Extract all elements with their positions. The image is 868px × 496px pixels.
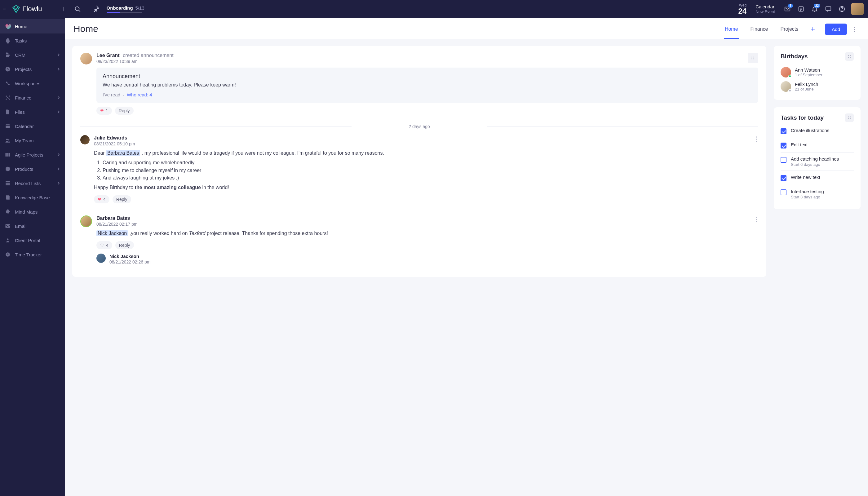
page-menu[interactable] <box>850 27 859 32</box>
sidebar-item-agile-projects[interactable]: Agile Projects <box>0 148 65 162</box>
nav-label: Knowledge Base <box>15 195 50 200</box>
feed-post: Julie Edwards 08/21/2022 05:10 pm Dear B… <box>80 135 758 209</box>
reply-chip[interactable]: Reply <box>115 107 134 115</box>
inbox-icon[interactable]: 6 <box>780 3 794 15</box>
task-title: Write new text <box>791 174 820 180</box>
mention[interactable]: Barbara Bates <box>106 150 140 156</box>
like-chip[interactable]: ❤1 <box>96 107 112 115</box>
add-button[interactable]: Add <box>825 24 847 35</box>
post-text: Nick Jackson ,you really worked hard on … <box>96 230 758 237</box>
task-checkbox[interactable] <box>780 157 787 163</box>
svg-point-30 <box>751 59 753 60</box>
pin-icon[interactable] <box>89 3 103 15</box>
drag-handle-icon[interactable] <box>845 113 854 122</box>
tab-finance[interactable]: Finance <box>750 26 769 39</box>
task-checkbox[interactable] <box>780 143 787 149</box>
sidebar-item-calendar[interactable]: Calendar <box>0 119 65 133</box>
calendar-quick[interactable]: Calendar New Event <box>756 4 775 14</box>
svg-point-29 <box>751 57 753 58</box>
onboarding-title: Onboarding <box>107 5 133 11</box>
help-icon[interactable] <box>835 3 849 15</box>
sidebar-item-email[interactable]: Email <box>0 219 65 233</box>
task-checkbox[interactable] <box>780 175 787 181</box>
avatar[interactable] <box>80 135 90 144</box>
post-author[interactable]: Julie Edwards <box>94 135 135 141</box>
brand-logo[interactable]: Flowlu <box>12 5 42 13</box>
nav-label: Email <box>15 223 27 229</box>
post-menu[interactable] <box>748 53 758 63</box>
divider <box>751 3 751 15</box>
reply-author[interactable]: Nick Jackson <box>109 253 150 259</box>
date-num: 24 <box>738 7 746 15</box>
tab-projects[interactable]: Projects <box>780 26 799 39</box>
nav-icon <box>4 51 11 58</box>
sidebar-item-projects[interactable]: Projects <box>0 62 65 76</box>
sidebar-item-record-lists[interactable]: Record Lists <box>0 176 65 190</box>
birthdays-widget: Birthdays Ann Watson1 of SeptemberFelix … <box>774 46 861 100</box>
task-title: Add catching headlines <box>791 156 839 161</box>
svg-point-33 <box>756 136 757 138</box>
mention[interactable]: Nick Jackson <box>96 230 128 236</box>
read-label[interactable]: I've read <box>103 92 120 97</box>
sidebar-item-home[interactable]: Home <box>0 19 65 33</box>
birthday-row[interactable]: Ann Watson1 of September <box>780 65 854 79</box>
post-menu[interactable] <box>755 135 758 144</box>
list-item: And always laughing at my jokes :) <box>103 174 758 182</box>
post-menu[interactable] <box>755 215 758 225</box>
bell-icon[interactable]: 22 <box>808 3 822 15</box>
sidebar-item-mind-maps[interactable]: Mind Maps <box>0 205 65 219</box>
onboarding-widget[interactable]: Onboarding 5/13 <box>107 5 144 13</box>
list-item: Caring and supporting me wholeheartedly <box>103 159 758 167</box>
svg-point-41 <box>848 57 849 58</box>
sidebar-item-tasks[interactable]: Tasks <box>0 33 65 48</box>
birthday-row[interactable]: Felix Lynch21 of June <box>780 79 854 94</box>
date-widget[interactable]: Wed 24 <box>738 3 746 15</box>
drag-handle-icon[interactable] <box>845 52 854 61</box>
post-author[interactable]: Barbara Bates <box>96 215 137 221</box>
avatar[interactable] <box>80 53 92 64</box>
task-checkbox[interactable] <box>780 189 787 195</box>
sidebar-item-time-tracker[interactable]: Time Tracker <box>0 247 65 262</box>
like-chip[interactable]: ♡4 <box>96 241 112 249</box>
like-chip[interactable]: ❤4 <box>94 195 109 203</box>
who-read-link[interactable]: Who read: 4 <box>127 92 152 97</box>
svg-point-36 <box>756 217 757 218</box>
sidebar-item-client-portal[interactable]: Client Portal <box>0 233 65 247</box>
search-icon[interactable] <box>71 3 84 15</box>
sidebar-item-files[interactable]: Files <box>0 105 65 119</box>
sidebar-item-knowledge-base[interactable]: Knowledge Base <box>0 190 65 205</box>
user-avatar[interactable] <box>851 3 864 15</box>
svg-point-27 <box>854 29 855 30</box>
feed-divider: 2 days ago <box>80 124 758 129</box>
task-row[interactable]: Interface testingStart 3 days ago <box>780 185 854 203</box>
chevron-right-icon <box>57 181 60 186</box>
nav-label: Finance <box>15 95 31 100</box>
svg-rect-20 <box>5 181 10 182</box>
task-row[interactable]: Add catching headlinesStart 6 days ago <box>780 152 854 170</box>
svg-point-31 <box>753 57 754 58</box>
page-title: Home <box>74 24 98 34</box>
sidebar-item-my-team[interactable]: My Team <box>0 133 65 148</box>
menu-toggle[interactable] <box>0 0 9 18</box>
add-tab-icon[interactable] <box>810 26 816 39</box>
create-icon[interactable] <box>57 3 71 15</box>
post-time: 08/23/2022 10:39 am <box>96 59 174 64</box>
sidebar-item-finance[interactable]: Finance <box>0 91 65 105</box>
task-row[interactable]: Write new text <box>780 170 854 185</box>
avatar[interactable] <box>96 253 106 263</box>
notes-icon[interactable] <box>794 3 808 15</box>
sidebar-item-workspaces[interactable]: Workspaces <box>0 76 65 91</box>
sidebar-item-crm[interactable]: CRM <box>0 48 65 62</box>
sidebar-item-products[interactable]: Products <box>0 162 65 176</box>
reply-chip[interactable]: Reply <box>115 241 134 249</box>
task-row[interactable]: Edit text <box>780 138 854 152</box>
avatar[interactable] <box>80 215 92 227</box>
task-row[interactable]: Create illustrations <box>780 126 854 138</box>
chat-icon[interactable] <box>822 3 835 15</box>
feed-post: Barbara Bates 08/21/2022 02:17 pm Nick J… <box>80 209 758 270</box>
tab-home[interactable]: Home <box>724 26 739 39</box>
post-author[interactable]: Lee Grant <box>96 53 120 58</box>
reply-chip[interactable]: Reply <box>112 195 131 203</box>
chevron-right-icon <box>57 109 60 115</box>
task-checkbox[interactable] <box>780 128 787 134</box>
